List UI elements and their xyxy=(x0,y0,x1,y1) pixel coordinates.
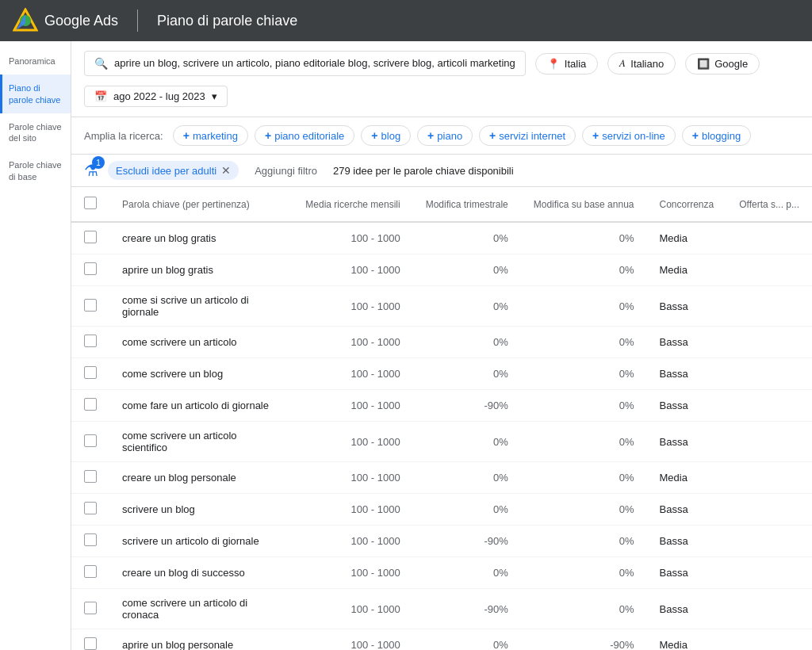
keyword-cell: come scrivere un articolo scientifico xyxy=(109,422,293,462)
row-checkbox[interactable] xyxy=(84,231,97,243)
language-icon: 𝐴 xyxy=(619,57,626,70)
language-label: Italiano xyxy=(630,58,664,70)
expand-area: Amplia la ricerca: + marketing + piano e… xyxy=(71,117,812,155)
row-checkbox-cell[interactable] xyxy=(71,422,109,462)
row-checkbox[interactable] xyxy=(84,434,97,447)
chevron-down-icon: ▾ xyxy=(212,90,217,102)
row-checkbox-cell[interactable] xyxy=(71,494,109,526)
row-checkbox[interactable] xyxy=(84,637,97,650)
concorrenza-cell: Media xyxy=(646,254,726,286)
row-checkbox-cell[interactable] xyxy=(71,589,109,629)
keyword-link[interactable]: creare un blog gratis xyxy=(122,232,216,244)
page-title: Piano di parole chiave xyxy=(157,13,297,29)
sidebar-item-parole-chiave-sito[interactable]: Parole chiave del sito xyxy=(0,113,71,152)
sidebar-item-parole-chiave-base[interactable]: Parole chiave di base xyxy=(0,151,71,190)
trimestrale-cell: -90% xyxy=(413,589,521,629)
keyword-link[interactable]: come scrivere un articolo xyxy=(122,336,237,348)
row-checkbox[interactable] xyxy=(84,398,97,411)
concorrenza-cell: Bassa xyxy=(646,526,726,557)
sidebar-item-panoramica[interactable]: Panoramica xyxy=(0,48,71,75)
concorrenza-cell: Media xyxy=(646,462,726,494)
offerta-column-header[interactable]: Offerta s... p... xyxy=(726,187,812,222)
expand-chip-servizi-internet[interactable]: + servizi internet xyxy=(479,125,576,146)
chip-label: servizi internet xyxy=(499,130,565,142)
row-checkbox[interactable] xyxy=(84,366,97,379)
row-checkbox[interactable] xyxy=(84,502,97,514)
row-checkbox-cell[interactable] xyxy=(71,390,109,422)
keyword-link[interactable]: aprire un blog personale xyxy=(122,639,233,650)
row-checkbox[interactable] xyxy=(84,262,97,275)
sidebar-item-piano-parole[interactable]: Piano di parole chiave xyxy=(0,75,71,113)
keyword-link[interactable]: come si scrive un articolo di giornale xyxy=(122,294,249,318)
plus-icon: + xyxy=(183,129,190,142)
select-all-header[interactable] xyxy=(71,187,109,222)
keyword-link[interactable]: aprire un blog gratis xyxy=(122,264,213,276)
network-filter[interactable]: 🔲 Google xyxy=(685,53,760,75)
row-checkbox[interactable] xyxy=(84,565,97,578)
table-row: come scrivere un articolo di cronaca 100… xyxy=(71,589,812,629)
remove-filter-button[interactable]: ✕ xyxy=(221,164,231,177)
row-checkbox-cell[interactable] xyxy=(71,222,109,254)
trimestrale-cell: 0% xyxy=(413,422,521,462)
trimestrale-cell: 0% xyxy=(413,494,521,526)
row-checkbox[interactable] xyxy=(84,299,97,312)
row-checkbox-cell[interactable] xyxy=(71,358,109,390)
concorrenza-cell: Bassa xyxy=(646,327,726,358)
location-filter[interactable]: 📍 Italia xyxy=(535,53,598,75)
row-checkbox-cell[interactable] xyxy=(71,526,109,557)
add-filter-button[interactable]: Aggiungi filtro xyxy=(248,162,324,180)
annua-column-header[interactable]: Modifica su base annua xyxy=(521,187,647,222)
search-query: aprire un blog, scrivere un articolo, pi… xyxy=(114,56,515,71)
row-checkbox[interactable] xyxy=(84,602,97,614)
row-checkbox-cell[interactable] xyxy=(71,327,109,358)
keyword-link[interactable]: come scrivere un articolo scientifico xyxy=(122,430,237,453)
monthly-column-header[interactable]: Media ricerche mensili xyxy=(293,187,412,222)
date-range-label: ago 2022 - lug 2023 xyxy=(113,90,205,102)
concorrenza-column-header[interactable]: Concorrenza xyxy=(646,187,726,222)
keyword-cell: come scrivere un articolo xyxy=(109,327,293,358)
offerta-cell xyxy=(726,390,812,422)
table-row: come scrivere un blog 100 - 1000 0% 0% B… xyxy=(71,358,812,390)
row-checkbox-cell[interactable] xyxy=(71,557,109,589)
expand-chip-marketing[interactable]: + marketing xyxy=(173,125,248,146)
expand-chip-blog[interactable]: + blog xyxy=(361,125,411,146)
row-checkbox-cell[interactable] xyxy=(71,286,109,327)
keyword-link[interactable]: come scrivere un blog xyxy=(122,368,223,380)
expand-chip-blogging[interactable]: + blogging xyxy=(682,125,751,146)
language-filter[interactable]: 𝐴 Italiano xyxy=(607,52,676,75)
chip-label: blog xyxy=(381,130,401,142)
header: Google Ads Piano di parole chiave xyxy=(0,0,812,41)
select-all-checkbox[interactable] xyxy=(84,197,97,209)
plus-icon: + xyxy=(592,129,599,142)
keyword-link[interactable]: scrivere un articolo di giornale xyxy=(122,535,259,547)
expand-chip-piano-editoriale[interactable]: + piano editoriale xyxy=(255,125,354,146)
trimestrale-column-header[interactable]: Modifica trimestrale xyxy=(413,187,521,222)
row-checkbox-cell[interactable] xyxy=(71,462,109,494)
row-checkbox[interactable] xyxy=(84,470,97,483)
plus-icon: + xyxy=(692,129,699,142)
expand-chip-piano[interactable]: + piano xyxy=(417,125,473,146)
keyword-link[interactable]: come scrivere un articolo di cronaca xyxy=(122,597,247,621)
keyword-cell: aprire un blog gratis xyxy=(109,254,293,286)
keyword-link[interactable]: scrivere un blog xyxy=(122,503,195,515)
expand-chip-servizi-online[interactable]: + servizi on-line xyxy=(582,125,676,146)
date-range-filter[interactable]: 📅 ago 2022 - lug 2023 ▾ xyxy=(84,86,228,107)
trimestrale-cell: 0% xyxy=(413,629,521,650)
monthly-cell: 100 - 1000 xyxy=(293,526,412,557)
keyword-column-header[interactable]: Parola chiave (per pertinenza) xyxy=(109,187,293,222)
row-checkbox[interactable] xyxy=(84,335,97,347)
chip-label: piano editoriale xyxy=(274,130,344,142)
search-box[interactable]: 🔍 aprire un blog, scrivere un articolo, … xyxy=(84,51,526,76)
row-checkbox[interactable] xyxy=(84,533,97,546)
annua-cell: 0% xyxy=(521,254,647,286)
filter-funnel-button[interactable]: ⚗ 1 xyxy=(84,161,98,180)
row-checkbox-cell[interactable] xyxy=(71,629,109,650)
offerta-cell xyxy=(726,327,812,358)
monthly-cell: 100 - 1000 xyxy=(293,358,412,390)
search-icon: 🔍 xyxy=(94,57,108,70)
keyword-link[interactable]: creare un blog personale xyxy=(122,472,236,484)
trimestrale-cell: 0% xyxy=(413,286,521,327)
keyword-link[interactable]: come fare un articolo di giornale xyxy=(122,400,269,411)
keyword-link[interactable]: creare un blog di successo xyxy=(122,567,245,579)
row-checkbox-cell[interactable] xyxy=(71,254,109,286)
